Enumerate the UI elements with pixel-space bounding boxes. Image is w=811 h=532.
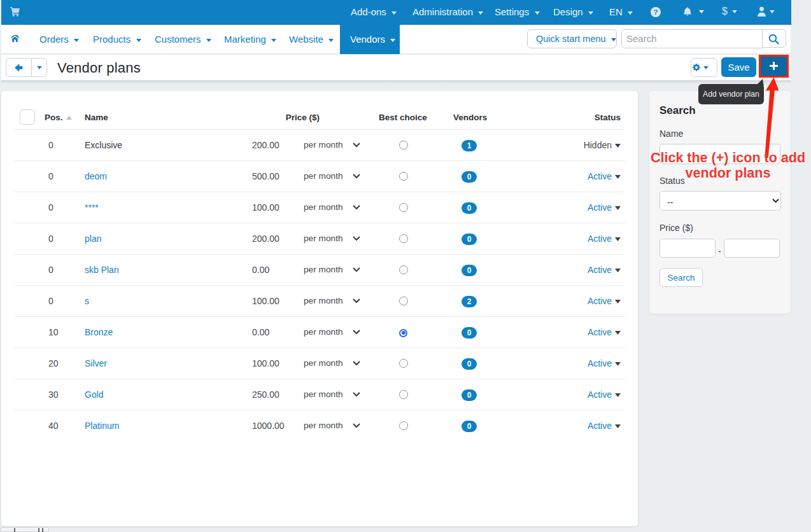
- svg-text:?: ?: [653, 8, 658, 16]
